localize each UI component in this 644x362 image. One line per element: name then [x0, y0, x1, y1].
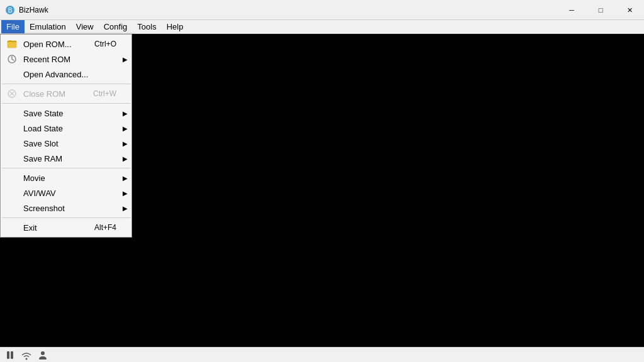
svg-rect-9 [11, 351, 13, 359]
aviwav-label: AVI/WAV [23, 189, 56, 198]
separator-1 [2, 84, 130, 84]
menu-recent-rom[interactable]: Recent ROM ▶ [1, 52, 131, 67]
user-icon[interactable] [36, 349, 49, 361]
menu-save-state[interactable]: Save State ▶ [1, 106, 131, 121]
open-rom-shortcut: Ctrl+O [94, 40, 119, 48]
close-rom-label: Close ROM [23, 89, 65, 99]
title-bar: B BizHawk ─ □ ✕ [0, 0, 644, 20]
exit-shortcut: Alt+F4 [94, 223, 119, 232]
recent-rom-icon [6, 53, 18, 65]
menu-emulation[interactable]: Emulation [25, 20, 71, 33]
menu-help[interactable]: Help [162, 20, 189, 33]
load-state-arrow: ▶ [123, 125, 128, 132]
menu-screenshot[interactable]: Screenshot ▶ [1, 200, 131, 216]
save-slot-arrow: ▶ [123, 140, 128, 147]
menu-close-rom: Close ROM Ctrl+W [1, 86, 131, 101]
recent-rom-label: Recent ROM [23, 55, 70, 64]
svg-text:B: B [8, 7, 13, 14]
minimize-button[interactable]: ─ [557, 0, 586, 20]
save-slot-label: Save Slot [23, 139, 58, 148]
svg-point-11 [41, 351, 45, 355]
separator-2 [2, 103, 130, 104]
menu-config[interactable]: Config [99, 20, 133, 33]
menu-view[interactable]: View [71, 20, 99, 33]
pause-button[interactable] [4, 349, 16, 361]
menu-open-rom[interactable]: Open ROM... Ctrl+O [1, 36, 131, 52]
menu-bar: File Emulation View Config Tools Help [0, 20, 644, 34]
menu-tools[interactable]: Tools [132, 20, 161, 33]
app-title: BizHawk [19, 6, 639, 14]
save-ram-label: Save RAM [23, 154, 62, 163]
menu-exit[interactable]: Exit Alt+F4 [1, 220, 131, 235]
recent-rom-arrow: ▶ [123, 56, 128, 63]
separator-4 [2, 217, 130, 218]
save-state-label: Save State [23, 109, 64, 118]
menu-save-slot[interactable]: Save Slot ▶ [1, 136, 131, 151]
app-icon: B [5, 5, 15, 15]
menu-save-ram[interactable]: Save RAM ▶ [1, 151, 131, 166]
menu-aviwav[interactable]: AVI/WAV ▶ [1, 185, 131, 200]
network-icon[interactable] [20, 349, 33, 361]
maximize-button[interactable]: □ [586, 0, 615, 20]
screenshot-arrow: ▶ [123, 205, 128, 212]
file-dropdown: Open ROM... Ctrl+O Recent ROM ▶ Open Adv… [0, 34, 132, 238]
close-rom-shortcut: Ctrl+W [93, 89, 119, 98]
screenshot-label: Screenshot [23, 204, 65, 213]
exit-label: Exit [23, 223, 37, 233]
movie-label: Movie [23, 173, 45, 183]
separator-3 [2, 168, 130, 168]
save-state-arrow: ▶ [123, 110, 128, 117]
load-state-label: Load State [23, 124, 63, 133]
open-rom-icon [6, 38, 18, 50]
svg-rect-8 [7, 351, 9, 359]
menu-movie[interactable]: Movie ▶ [1, 170, 131, 185]
close-button[interactable]: ✕ [615, 0, 644, 20]
save-ram-arrow: ▶ [123, 155, 128, 162]
menu-file[interactable]: File [1, 20, 25, 33]
movie-arrow: ▶ [123, 175, 128, 182]
open-advanced-label: Open Advanced... [23, 70, 88, 79]
aviwav-arrow: ▶ [123, 190, 128, 197]
open-rom-label: Open ROM... [23, 40, 72, 49]
window-controls: ─ □ ✕ [557, 0, 644, 19]
svg-rect-3 [8, 42, 16, 48]
close-rom-icon [6, 87, 18, 100]
status-bar [0, 347, 644, 362]
svg-point-10 [26, 358, 28, 359]
menu-load-state[interactable]: Load State ▶ [1, 121, 131, 136]
menu-open-advanced[interactable]: Open Advanced... [1, 67, 131, 82]
